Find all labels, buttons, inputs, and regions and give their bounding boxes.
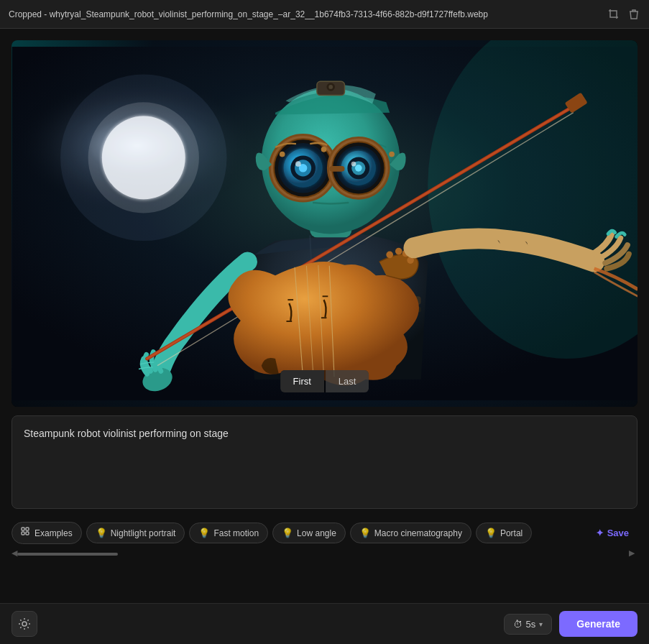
quick-prompts-section: Examples 💡 Nightlight portrait 💡 Fast mo… bbox=[11, 518, 638, 557]
toolbar-right: ⏱ 5s ▾ Generate bbox=[504, 611, 638, 637]
fast-motion-label: Fast motion bbox=[213, 528, 259, 538]
fast-motion-icon: 💡 bbox=[198, 528, 210, 538]
examples-icon bbox=[21, 527, 31, 539]
svg-point-19 bbox=[386, 252, 393, 259]
portal-icon: 💡 bbox=[485, 528, 497, 538]
examples-label: Examples bbox=[34, 528, 73, 538]
svg-rect-44 bbox=[329, 166, 344, 172]
low-angle-icon: 💡 bbox=[282, 528, 293, 538]
duration-selector[interactable]: ⏱ 5s ▾ bbox=[504, 614, 553, 635]
toolbar-left bbox=[11, 611, 37, 637]
title-bar-actions bbox=[607, 8, 640, 21]
duration-value: 5s bbox=[526, 619, 536, 630]
save-label: Save bbox=[607, 528, 629, 538]
svg-rect-48 bbox=[22, 528, 24, 530]
svg-point-4 bbox=[60, 75, 226, 241]
low-angle-label: Low angle bbox=[297, 528, 336, 538]
nightlight-icon: 💡 bbox=[96, 528, 107, 538]
svg-point-47 bbox=[328, 85, 333, 89]
prompt-input[interactable] bbox=[24, 426, 625, 487]
prompt-area bbox=[11, 415, 638, 509]
svg-point-52 bbox=[22, 622, 27, 626]
window-title: Cropped - whytryal_Steampunk_robot_violi… bbox=[9, 9, 599, 19]
svg-point-32 bbox=[295, 161, 301, 167]
bottom-toolbar: ⏱ 5s ▾ Generate bbox=[0, 603, 649, 644]
fast-motion-button[interactable]: 💡 Fast motion bbox=[189, 523, 268, 543]
quick-prompts-bar: Examples 💡 Nightlight portrait 💡 Fast mo… bbox=[11, 518, 638, 548]
save-button[interactable]: ✦ Save bbox=[587, 523, 638, 543]
svg-point-42 bbox=[351, 162, 356, 167]
low-angle-button[interactable]: 💡 Low angle bbox=[272, 523, 346, 543]
scroll-right-arrow: ▶ bbox=[629, 548, 635, 558]
last-button[interactable]: Last bbox=[326, 370, 369, 392]
robot-illustration bbox=[11, 40, 638, 407]
clock-icon: ⏱ bbox=[513, 619, 523, 630]
crop-icon[interactable] bbox=[607, 8, 620, 21]
delete-icon[interactable] bbox=[627, 8, 640, 21]
save-icon: ✦ bbox=[596, 528, 604, 538]
first-button[interactable]: First bbox=[280, 370, 324, 392]
svg-point-34 bbox=[321, 147, 326, 152]
settings-button[interactable] bbox=[11, 611, 37, 637]
macro-button[interactable]: 💡 Macro cinematography bbox=[350, 523, 471, 543]
portal-button[interactable]: 💡 Portal bbox=[476, 523, 532, 543]
macro-label: Macro cinematography bbox=[374, 528, 462, 538]
image-container: First Last bbox=[11, 40, 638, 407]
svg-rect-49 bbox=[26, 528, 29, 530]
scroll-left-arrow: ◀ bbox=[11, 548, 17, 558]
main-content: First Last Examples bbox=[0, 29, 649, 603]
macro-icon: 💡 bbox=[359, 528, 371, 538]
svg-rect-51 bbox=[26, 532, 29, 535]
svg-rect-50 bbox=[22, 532, 24, 535]
scrollbar-thumb[interactable] bbox=[17, 553, 118, 556]
title-bar: Cropped - whytryal_Steampunk_robot_violi… bbox=[0, 0, 649, 29]
portal-label: Portal bbox=[500, 528, 523, 538]
image-area: First Last bbox=[11, 40, 638, 407]
scrollbar-track[interactable]: ◀ ▶ bbox=[11, 551, 638, 557]
nightlight-label: Nightlight portrait bbox=[111, 528, 176, 538]
generate-button[interactable]: Generate bbox=[559, 611, 638, 637]
chevron-down-icon: ▾ bbox=[539, 620, 543, 628]
svg-point-33 bbox=[279, 152, 285, 157]
examples-button[interactable]: Examples bbox=[11, 522, 82, 544]
svg-point-43 bbox=[389, 152, 395, 157]
nav-buttons: First Last bbox=[280, 370, 369, 392]
svg-point-20 bbox=[395, 248, 402, 255]
settings-icon bbox=[18, 617, 31, 630]
nightlight-button[interactable]: 💡 Nightlight portrait bbox=[86, 523, 185, 543]
svg-point-41 bbox=[354, 165, 362, 172]
